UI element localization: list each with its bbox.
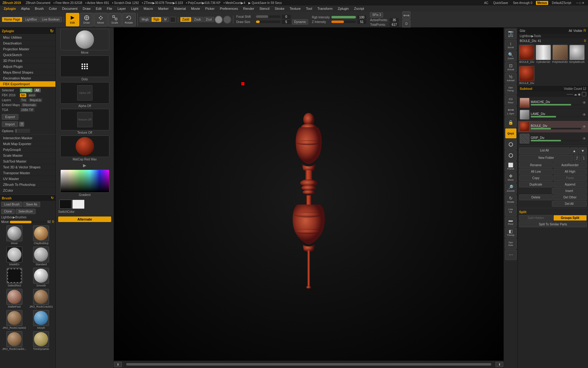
viewport[interactable]: ⬇ ⬆ — [114, 28, 503, 368]
lock-btn[interactable]: 🔒 — [505, 117, 517, 128]
brush-jro2[interactable]: JRO_RockCrack02 — [1, 309, 28, 330]
3dprint-hub-item[interactable]: 3D Print Hub — [0, 58, 55, 64]
copy-btn[interactable]: Copy — [519, 175, 553, 181]
fr-thumb-boule2[interactable]: BOULE_Div — [519, 66, 534, 85]
sphere-preview[interactable] — [215, 16, 223, 24]
vp-down-btn[interactable]: ⬇ — [114, 362, 122, 367]
zplugin-refresh-icon[interactable]: ↻ — [50, 29, 54, 33]
menu-macro[interactable]: Macro — [141, 6, 156, 11]
menu-stencil[interactable]: Stencil — [257, 6, 272, 11]
move-tool-btn[interactable]: Move — [94, 13, 107, 26]
all-high-btn[interactable]: All High — [553, 169, 587, 174]
menu-layer[interactable]: Layer — [115, 6, 128, 11]
paste-btn[interactable]: Paste — [553, 175, 587, 181]
circle-btn2[interactable] — [505, 150, 517, 161]
all-badge[interactable]: All — [34, 88, 41, 92]
homepage-tab[interactable]: Home Page — [2, 17, 22, 22]
del-all-btn[interactable]: Del All — [552, 201, 587, 207]
split-hidden-btn[interactable]: Split Hidden — [519, 215, 553, 221]
ct-dots-item[interactable]: Dots — [57, 56, 112, 81]
rgb-btn[interactable]: Rgb — [151, 17, 161, 22]
actual-btn[interactable]: ⊡ Actual — [505, 62, 517, 72]
export-btn[interactable]: Export — [2, 114, 18, 120]
dark-color-swatch[interactable] — [59, 200, 72, 209]
16bittif-btn[interactable]: 16Bit TIF — [20, 108, 35, 112]
menu-render[interactable]: Render — [241, 6, 257, 11]
alternate-btn[interactable]: Alternate — [58, 217, 111, 222]
boule-r-label[interactable]: R — [584, 39, 586, 43]
menu-alpha[interactable]: Alpha — [19, 6, 32, 11]
menu-picker[interactable]: Picker — [203, 6, 217, 11]
floor2-btn[interactable]: ▬ Floor — [505, 217, 517, 227]
ascii-btn[interactable]: ascii — [28, 93, 36, 97]
rotate-rt-btn[interactable]: ↻ Rotate — [505, 194, 517, 205]
append-btn[interactable]: Append — [553, 182, 587, 187]
draw-size-slider[interactable] — [256, 21, 281, 23]
brush-jro1[interactable]: JRO_RockCrack01 — [28, 288, 55, 309]
zcolor-item[interactable]: ZColor — [0, 188, 55, 194]
fr-thumb-polymesh[interactable]: PolyMesh3D — [552, 45, 568, 63]
maya-blend-item[interactable]: Maya Blend Shapes — [0, 70, 55, 75]
menus-btn[interactable]: Menus — [536, 1, 548, 5]
rgb-intensity-slider[interactable] — [331, 16, 356, 18]
adjust-plugin-item[interactable]: Adjust Plugin — [0, 64, 55, 70]
lock2-btn[interactable]: D — [402, 20, 410, 28]
zsub-btn[interactable]: Zsub — [192, 17, 203, 22]
ct-alpha-off-item[interactable]: Alpha Off Alpha Off — [57, 82, 112, 108]
menu-draw[interactable]: Draw — [80, 6, 93, 11]
zoomd-btn[interactable]: 🔎 ZoomD — [505, 183, 517, 194]
light-color-swatch[interactable] — [72, 200, 85, 209]
fbx-exportimport-item[interactable]: FBX ExportImport — [0, 81, 55, 87]
duplicate-btn[interactable]: Duplicate — [519, 182, 553, 187]
import-help-btn[interactable]: ? — [19, 122, 24, 127]
subtool-grip[interactable]: GRIP_Div 👁 — [518, 133, 588, 145]
list-up-btn[interactable]: ▲ — [570, 148, 578, 154]
brush-standard[interactable]: Standard — [28, 246, 55, 266]
brush-trimdynamic[interactable]: TrimDynamic — [28, 331, 55, 351]
transpose-master-item[interactable]: Transpose Master — [0, 170, 55, 176]
zbrush-photoshop-item[interactable]: ZBrush To Photoshop — [0, 182, 55, 188]
all-label[interactable]: All — [569, 29, 572, 33]
brush-morph[interactable]: Morph — [28, 309, 55, 330]
lightbox-row[interactable]: Lightbox▶Brushes — [0, 215, 55, 220]
zplugin-menu-trigger[interactable]: Zplugin — [1, 6, 18, 11]
menu-movie[interactable]: Movie — [189, 6, 202, 11]
menu-preferences[interactable]: Preferences — [217, 6, 240, 11]
import-btn[interactable]: Import — [2, 121, 18, 127]
options-input[interactable] — [15, 129, 30, 133]
snormals-btn[interactable]: SNormals — [21, 103, 37, 107]
menu-material[interactable]: Material — [172, 6, 188, 11]
menu-marker[interactable]: Marker — [156, 6, 171, 11]
ct-move-item[interactable]: Move — [57, 29, 112, 54]
seethrough-label[interactable]: See-through 0 — [512, 1, 533, 5]
dynamic-btn[interactable]: Dynamic — [292, 19, 308, 25]
menu-file[interactable]: File — [104, 6, 115, 11]
move-rt-btn[interactable]: ✥ Move — [505, 172, 517, 183]
aahalf-btn[interactable]: ½ AAHalf — [505, 73, 517, 83]
subtool-boule[interactable]: BOULE_Div 👁 — [518, 121, 588, 133]
all-low-btn[interactable]: All Low — [519, 169, 553, 174]
rotate-tool-btn[interactable]: Rotate — [122, 13, 136, 26]
folder-share-btn[interactable]: ⤴ — [574, 155, 580, 162]
frame-btn[interactable]: ⬜ Frame — [505, 161, 517, 172]
uv-master-item[interactable]: UV Master — [0, 176, 55, 182]
brush-smooth[interactable]: Smooth — [28, 267, 55, 288]
fr-thumb-simple[interactable]: SimpleBrush — [569, 45, 585, 63]
quicksave-label[interactable]: QuickSave — [492, 1, 509, 5]
clone-btn[interactable]: Clone — [1, 209, 15, 214]
zadd-btn[interactable]: Zadd — [180, 17, 191, 22]
zoom-btn[interactable]: 🔍 Zoom — [505, 51, 517, 61]
save-as-btn[interactable]: Save As — [23, 202, 40, 207]
vp-scroll-track[interactable] — [126, 363, 491, 366]
brush-malletfast[interactable]: MalletFast — [1, 288, 28, 309]
lightbox-tab[interactable]: LightBox — [23, 17, 39, 22]
intersection-masker-item[interactable]: Intersection Masker — [0, 135, 55, 141]
auto-reorder-btn[interactable]: AutoReorder — [553, 162, 587, 168]
tris-btn[interactable]: Tris — [20, 98, 27, 102]
list-down-btn[interactable]: ▼ — [579, 148, 587, 154]
menu-brush[interactable]: Brush — [32, 6, 46, 11]
subtool-boule-eye[interactable]: 👁 — [582, 125, 586, 129]
brush-claybuildup[interactable]: ClayBuildup — [28, 225, 55, 245]
window-controls[interactable]: ─ □ ✕ — [575, 1, 586, 5]
rename-btn[interactable]: Rename — [519, 162, 553, 168]
